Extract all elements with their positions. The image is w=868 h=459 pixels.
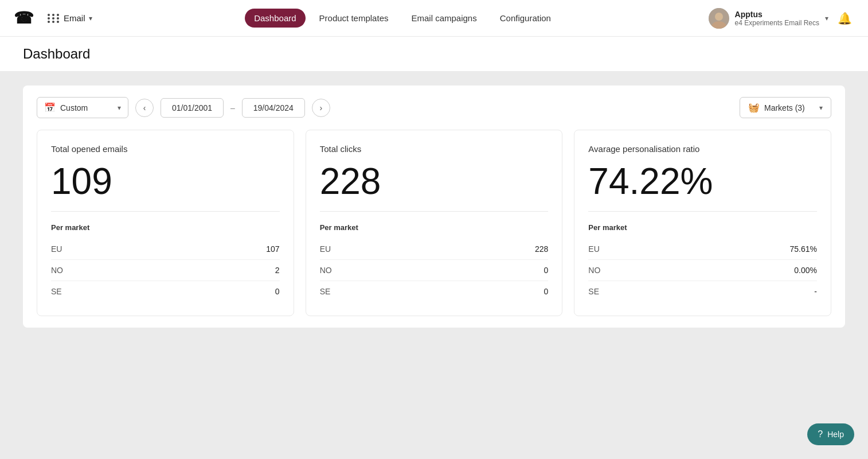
date-prev-button[interactable]: ‹ <box>135 99 154 117</box>
nav-configuration[interactable]: Configuration <box>491 9 560 28</box>
market-value: 2 <box>275 266 280 275</box>
table-row: EU 107 <box>51 239 280 260</box>
metric-total-clicks-title: Total clicks <box>320 144 549 154</box>
user-section[interactable]: Apptus e4 Experiments Email Recs ▾ <box>709 8 828 29</box>
date-from-input[interactable]: 01/01/2001 <box>161 98 224 118</box>
market-value: 75.61% <box>790 244 817 254</box>
table-row: SE 0 <box>51 281 280 302</box>
market-value: 0 <box>544 266 549 275</box>
opened-emails-per-market-label: Per market <box>51 223 280 232</box>
user-dropdown-arrow: ▾ <box>825 14 828 22</box>
help-button-label: Help <box>827 430 844 439</box>
user-org: e4 Experiments Email Recs <box>735 19 819 27</box>
main-content: 📅 Custom ▾ ‹ 01/01/2001 – 19/04/2024 › 🧺… <box>0 72 868 459</box>
table-row: EU 228 <box>320 239 549 260</box>
nav-email-campaigns[interactable]: Email campaigns <box>402 9 486 28</box>
user-name: Apptus <box>735 10 819 19</box>
brand-icon: ☎ <box>14 9 34 28</box>
metric-personalisation-title: Avarage personalisation ratio <box>588 144 817 154</box>
market-value: 0 <box>544 287 549 296</box>
notifications-button[interactable]: 🔔 <box>835 9 854 28</box>
filter-bar: 📅 Custom ▾ ‹ 01/01/2001 – 19/04/2024 › 🧺… <box>23 85 845 328</box>
calendar-icon: 📅 <box>44 102 56 113</box>
grid-icon <box>48 14 60 23</box>
svg-point-1 <box>715 13 723 21</box>
basket-icon: 🧺 <box>748 102 760 113</box>
metric-card-personalisation-ratio: Avarage personalisation ratio 74.22% Per… <box>574 130 831 316</box>
metric-opened-emails-title: Total opened emails <box>51 144 280 154</box>
main-nav: Dashboard Product templates Email campai… <box>106 9 699 28</box>
table-row: SE - <box>588 281 817 302</box>
markets-selector[interactable]: 🧺 Markets (3) ▾ <box>740 97 831 118</box>
market-name: EU <box>51 244 62 254</box>
logo: ☎ <box>14 9 34 28</box>
metric-card-opened-emails: Total opened emails 109 Per market EU 10… <box>37 130 294 316</box>
page-title-bar: Dashboard <box>0 37 868 72</box>
date-preset-label: Custom <box>60 103 113 112</box>
market-name: NO <box>588 266 600 275</box>
avatar <box>709 8 729 29</box>
market-value: 228 <box>535 244 548 254</box>
table-row: EU 75.61% <box>588 239 817 260</box>
nav-product-templates[interactable]: Product templates <box>310 9 398 28</box>
market-name: NO <box>51 266 63 275</box>
header-right: Apptus e4 Experiments Email Recs ▾ 🔔 <box>709 8 854 29</box>
metrics-grid: Total opened emails 109 Per market EU 10… <box>37 130 831 316</box>
markets-dropdown-arrow: ▾ <box>819 104 823 112</box>
market-value: 107 <box>266 244 279 254</box>
date-preset-selector[interactable]: 📅 Custom ▾ <box>37 97 128 118</box>
table-row: SE 0 <box>320 281 549 302</box>
table-row: NO 0.00% <box>588 260 817 281</box>
date-to-input[interactable]: 19/04/2024 <box>242 98 305 118</box>
app-menu[interactable]: Email ▾ <box>43 11 97 25</box>
markets-label: Markets (3) <box>764 103 815 112</box>
market-name: SE <box>588 287 599 296</box>
market-value: 0.00% <box>794 266 817 275</box>
user-info: Apptus e4 Experiments Email Recs <box>735 10 819 27</box>
table-row: NO 2 <box>51 260 280 281</box>
market-name: NO <box>320 266 332 275</box>
app-label: Email <box>64 13 85 23</box>
date-preset-arrow: ▾ <box>118 104 121 112</box>
total-clicks-per-market-label: Per market <box>320 223 549 232</box>
market-name: SE <box>320 287 331 296</box>
market-name: EU <box>320 244 331 254</box>
page-title: Dashboard <box>23 46 845 62</box>
date-separator: – <box>230 103 235 112</box>
table-row: NO 0 <box>320 260 549 281</box>
nav-dashboard[interactable]: Dashboard <box>245 9 305 28</box>
date-next-button[interactable]: › <box>312 99 330 117</box>
metric-opened-emails-value: 109 <box>51 163 280 212</box>
app-dropdown-arrow: ▾ <box>89 14 92 22</box>
help-button[interactable]: ? Help <box>807 423 854 445</box>
filter-row: 📅 Custom ▾ ‹ 01/01/2001 – 19/04/2024 › 🧺… <box>37 97 831 118</box>
metric-card-total-clicks: Total clicks 228 Per market EU 228 NO 0 … <box>306 130 563 316</box>
question-icon: ? <box>818 429 823 439</box>
market-value: 0 <box>275 287 280 296</box>
market-name: SE <box>51 287 62 296</box>
market-value: - <box>814 287 817 296</box>
header: ☎ Email ▾ Dashboard Product templates Em… <box>0 0 868 37</box>
market-name: EU <box>588 244 599 254</box>
personalisation-per-market-label: Per market <box>588 223 817 232</box>
metric-personalisation-value: 74.22% <box>588 163 817 212</box>
metric-total-clicks-value: 228 <box>320 163 549 212</box>
